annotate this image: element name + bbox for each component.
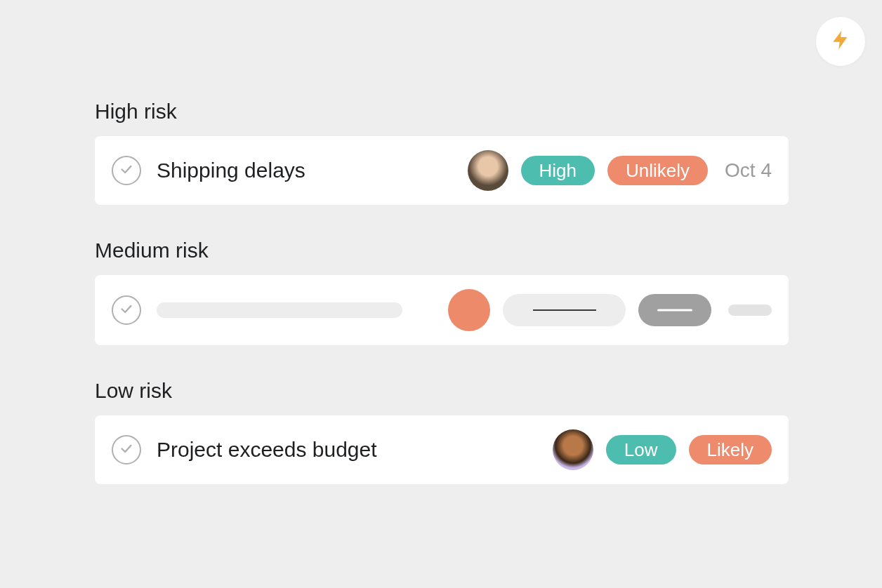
task-title[interactable]: Shipping delays	[157, 159, 468, 182]
task-row-placeholder[interactable]	[95, 275, 789, 345]
priority-pill[interactable]: High	[521, 156, 595, 185]
section-high-risk: High risk Shipping delays High Unlikely …	[95, 100, 789, 205]
task-title-placeholder	[157, 302, 402, 318]
complete-checkbox[interactable]	[112, 295, 141, 325]
section-low-risk: Low risk Project exceeds budget Low Like…	[95, 379, 789, 484]
checkmark-icon	[119, 161, 134, 180]
lightning-icon	[829, 29, 852, 54]
assignee-avatar[interactable]	[468, 150, 508, 191]
assignee-avatar[interactable]	[553, 429, 593, 470]
priority-placeholder	[503, 294, 626, 326]
task-title[interactable]: Project exceeds budget	[157, 438, 553, 462]
section-header: Low risk	[95, 379, 789, 403]
priority-pill[interactable]: Low	[606, 435, 676, 465]
due-date[interactable]: Oct 4	[725, 159, 772, 182]
task-row[interactable]: Shipping delays High Unlikely Oct 4	[95, 136, 789, 205]
checkmark-icon	[119, 301, 134, 319]
likelihood-pill[interactable]: Unlikely	[607, 156, 708, 185]
likelihood-placeholder	[638, 294, 711, 326]
section-medium-risk: Medium risk	[95, 239, 789, 345]
complete-checkbox[interactable]	[112, 156, 141, 185]
task-row[interactable]: Project exceeds budget Low Likely	[95, 415, 789, 484]
date-placeholder	[728, 305, 772, 316]
section-header: High risk	[95, 100, 789, 123]
likelihood-pill[interactable]: Likely	[689, 435, 772, 465]
automation-fab[interactable]	[816, 17, 865, 66]
section-header: Medium risk	[95, 239, 789, 262]
checkmark-icon	[119, 441, 134, 459]
assignee-placeholder	[448, 289, 490, 331]
complete-checkbox[interactable]	[112, 435, 141, 465]
